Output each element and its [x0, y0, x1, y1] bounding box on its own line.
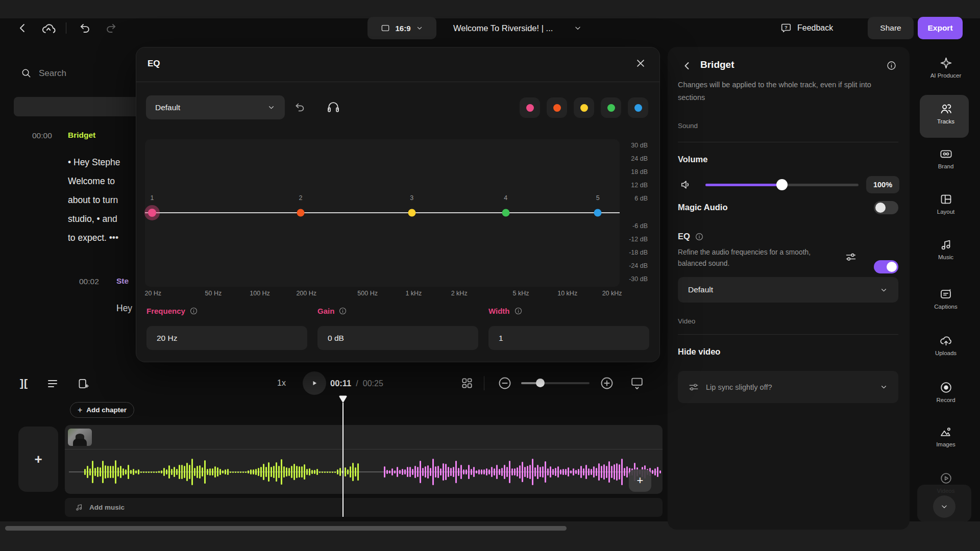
close-button[interactable]	[634, 57, 647, 70]
volume-slider[interactable]	[705, 184, 859, 186]
band-color-swatch[interactable]	[628, 97, 648, 118]
export-button[interactable]: Export	[918, 17, 963, 39]
redo-button[interactable]	[104, 21, 118, 35]
waveform-bar	[591, 469, 592, 475]
transcript-highlight-row[interactable]	[14, 97, 146, 116]
band-color-swatch[interactable]	[601, 97, 621, 118]
sidebar-item-captions[interactable]: Captions	[914, 287, 978, 310]
hide-video-label: Hide video	[678, 347, 720, 357]
waveform-bar	[478, 469, 480, 475]
transcript-line[interactable]: to expect. •••	[68, 229, 139, 247]
search-bar[interactable]: Search	[20, 67, 66, 79]
track-layers-button[interactable]	[460, 377, 474, 390]
width-field[interactable]: 1	[488, 326, 649, 350]
zoom-out-button[interactable]	[498, 376, 512, 390]
chevron-down-icon[interactable]	[573, 23, 582, 33]
band-point[interactable]	[502, 209, 509, 217]
undo-arrow-icon	[293, 101, 307, 114]
timeline-zoom-slider[interactable]	[521, 382, 590, 384]
back-button[interactable]	[15, 21, 30, 35]
transcript-line[interactable]: about to turn	[68, 191, 139, 210]
band-point[interactable]	[594, 209, 602, 217]
horizontal-scrollbar[interactable]	[5, 526, 567, 531]
sidebar-item-record[interactable]: Record	[914, 381, 978, 403]
aspect-ratio-selector[interactable]: 16:9	[368, 17, 436, 39]
preview-display-button[interactable]	[630, 376, 644, 391]
eq-reset-button[interactable]	[293, 101, 307, 114]
sparkle-icon	[914, 56, 978, 70]
play-button[interactable]	[303, 371, 326, 395]
modal-header-divider	[136, 82, 659, 82]
transcript-line[interactable]: Welcome to	[68, 172, 139, 191]
magic-audio-toggle[interactable]	[874, 201, 898, 214]
lip-sync-dropdown[interactable]: Lip sync slightly off?	[678, 371, 898, 403]
add-layout-button[interactable]	[77, 377, 90, 390]
waveform-bar	[524, 467, 526, 478]
band-color-swatch[interactable]	[547, 97, 567, 118]
transcript-line[interactable]: • Hey Stephe	[68, 153, 139, 172]
sidebar-item-uploads[interactable]: Uploads	[914, 334, 978, 356]
waveform-bar	[486, 468, 487, 475]
info-circle-icon	[695, 232, 704, 241]
track-settings-panel: Bridget Changes will be applied to the w…	[668, 47, 910, 530]
eq-preset-dropdown[interactable]: Default	[678, 277, 898, 303]
eq-graph[interactable]: 12345	[145, 139, 620, 287]
sidebar-item-images[interactable]: Images	[914, 425, 978, 447]
waveform-bar	[473, 467, 475, 477]
eq-toggle[interactable]	[874, 260, 898, 273]
playhead[interactable]	[338, 395, 348, 518]
waveform-bar	[92, 461, 93, 483]
add-chapter-button[interactable]: + Add chapter	[70, 402, 134, 418]
band-point[interactable]	[297, 209, 305, 217]
eq-settings-button[interactable]	[845, 251, 857, 263]
gain-field[interactable]: 0 dB	[317, 326, 478, 350]
add-music-row[interactable]: Add music	[65, 498, 663, 517]
panel-back-button[interactable]	[681, 60, 693, 72]
waveform-bar	[355, 467, 356, 477]
transcript-line[interactable]: studio, • and	[68, 210, 139, 229]
audio-track-clip[interactable]: +	[65, 425, 663, 494]
share-button[interactable]: Share	[868, 17, 914, 39]
transcript-list-button[interactable]	[46, 378, 59, 390]
eq-preview-button[interactable]	[326, 99, 340, 114]
waveform-bar	[133, 469, 134, 474]
undo-button[interactable]	[78, 21, 92, 35]
sidebar-item-ai-producer[interactable]: AI Producer	[914, 56, 978, 79]
waveform-bar	[420, 461, 421, 484]
play-icon	[310, 379, 319, 388]
volume-value: 100%	[873, 181, 892, 189]
waveform-bar	[263, 464, 264, 481]
waveform-bar	[501, 468, 503, 476]
eq-preset-selector[interactable]: Default	[146, 95, 285, 119]
frequency-field[interactable]: 20 Hz	[146, 326, 307, 350]
feedback-button[interactable]: ? Feedback	[780, 17, 833, 39]
project-home-button[interactable]	[41, 21, 56, 36]
waveform-bar	[250, 469, 252, 474]
panel-info-button[interactable]	[886, 60, 897, 71]
volume-slider-knob[interactable]	[776, 179, 788, 190]
layout-grid-icon	[914, 192, 978, 206]
volume-slider-fill	[705, 184, 782, 186]
band-color-swatch[interactable]	[574, 97, 594, 118]
zoom-in-button[interactable]	[600, 376, 614, 390]
add-clip-button[interactable]: +	[629, 469, 651, 492]
transcript-text[interactable]: • Hey StepheWelcome toabout to turnstudi…	[68, 153, 139, 247]
project-title-group[interactable]: Welcome To Riverside! | ...	[453, 17, 582, 39]
sidebar-collapse-button[interactable]	[933, 495, 955, 518]
waveform-bar	[94, 468, 96, 475]
fit-to-clip-button[interactable]: ][	[17, 377, 31, 390]
waveform-bar	[314, 470, 315, 474]
add-track-button[interactable]: +	[18, 427, 58, 492]
band-point[interactable]	[408, 209, 415, 217]
sidebar-item-layout[interactable]: Layout	[914, 192, 978, 215]
band-color-swatch[interactable]	[520, 97, 540, 118]
sidebar-item-tracks[interactable]: Tracks	[914, 102, 978, 124]
waveform-bar	[174, 467, 175, 477]
zoom-slider-knob[interactable]	[536, 379, 545, 387]
playback-speed-button[interactable]: 1x	[277, 378, 286, 389]
waveform-bar	[407, 467, 408, 478]
sidebar-item-music[interactable]: Music	[914, 238, 978, 260]
band-point[interactable]	[148, 209, 156, 217]
playhead-line	[342, 403, 344, 517]
sidebar-item-brand[interactable]: Brand	[914, 147, 978, 169]
